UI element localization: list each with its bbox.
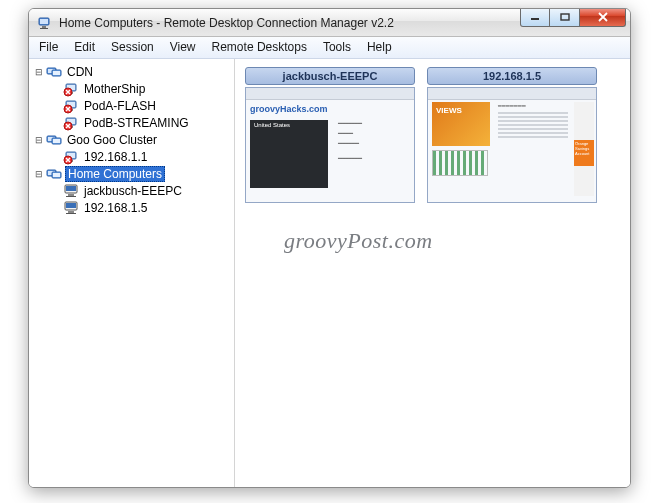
content-area: ⊟CDNMotherShipPodA-FLASHPodB-STREAMING⊟G… (29, 59, 630, 487)
group-icon (46, 132, 62, 148)
disconnected-icon (63, 81, 79, 97)
tree-server-label: PodB-STREAMING (82, 116, 191, 130)
svg-rect-5 (561, 14, 569, 20)
preview-panel-label: United States (254, 122, 290, 128)
monitor-icon (63, 183, 79, 199)
tree-server-label: PodA-FLASH (82, 99, 158, 113)
svg-rect-3 (40, 28, 48, 29)
preview-site-label: groovyHacks.com (250, 104, 330, 114)
preview-sidebox-label: Orange Savings Account (574, 140, 594, 166)
tree-server[interactable]: PodA-FLASH (48, 97, 232, 114)
svg-rect-25 (53, 139, 60, 143)
thumbnail-pane: jackbusch-EEEPC groovyHacks.com United S… (235, 59, 630, 487)
window-title: Home Computers - Remote Desktop Connecti… (59, 16, 520, 30)
menu-edit[interactable]: Edit (66, 37, 103, 58)
menu-tools[interactable]: Tools (315, 37, 359, 58)
svg-rect-33 (53, 173, 60, 177)
menubar: File Edit Session View Remote Desktops T… (29, 37, 630, 59)
maximize-button[interactable] (550, 8, 580, 27)
tree-server[interactable]: PodB-STREAMING (48, 114, 232, 131)
svg-rect-41 (66, 213, 76, 214)
expander-icon[interactable]: ⊟ (33, 168, 44, 179)
session-thumbnail[interactable]: jackbusch-EEEPC groovyHacks.com United S… (245, 67, 415, 203)
menu-view[interactable]: View (162, 37, 204, 58)
svg-rect-2 (42, 26, 46, 28)
menu-help[interactable]: Help (359, 37, 400, 58)
preview-banner-label: VIEWS (436, 106, 462, 115)
thumbnail-preview: VIEWS ━━━━━━━ Orange Savings Account (427, 87, 597, 203)
svg-rect-36 (68, 194, 74, 196)
tree-group-label: Goo Goo Cluster (65, 133, 159, 147)
disconnected-icon (63, 98, 79, 114)
menu-remote-desktops[interactable]: Remote Desktops (204, 37, 315, 58)
menu-session[interactable]: Session (103, 37, 162, 58)
group-icon (46, 64, 62, 80)
svg-rect-39 (66, 203, 76, 208)
app-window: Home Computers - Remote Desktop Connecti… (28, 8, 631, 488)
session-thumbnail[interactable]: 192.168.1.5 VIEWS ━━━━━━━ Orange Savings… (427, 67, 597, 203)
svg-rect-1 (40, 19, 48, 24)
monitor-icon (63, 200, 79, 216)
disconnected-icon (63, 115, 79, 131)
disconnected-icon (63, 149, 79, 165)
expander-icon[interactable]: ⊟ (33, 66, 44, 77)
tree-group-label: Home Computers (65, 166, 165, 182)
server-tree[interactable]: ⊟CDNMotherShipPodA-FLASHPodB-STREAMING⊟G… (29, 59, 235, 487)
tree-server-label: 192.168.1.5 (82, 201, 149, 215)
tree-group[interactable]: ⊟Home Computers (31, 165, 232, 182)
svg-rect-4 (531, 18, 539, 20)
close-button[interactable] (580, 8, 626, 27)
tree-group[interactable]: ⊟Goo Goo Cluster (31, 131, 232, 148)
group-icon (46, 166, 62, 182)
tree-server-label: 192.168.1.1 (82, 150, 149, 164)
svg-rect-35 (66, 186, 76, 191)
tree-server[interactable]: MotherShip (48, 80, 232, 97)
svg-rect-40 (68, 211, 74, 213)
minimize-button[interactable] (520, 8, 550, 27)
expander-icon[interactable]: ⊟ (33, 134, 44, 145)
svg-rect-9 (53, 71, 60, 75)
tree-server[interactable]: jackbusch-EEEPC (48, 182, 232, 199)
thumbnail-preview: groovyHacks.com United States ━━━━━━━━━━… (245, 87, 415, 203)
tree-server-label: jackbusch-EEEPC (82, 184, 184, 198)
tree-server[interactable]: 192.168.1.1 (48, 148, 232, 165)
thumbnail-title: 192.168.1.5 (427, 67, 597, 85)
app-icon (37, 15, 53, 31)
tree-server[interactable]: 192.168.1.5 (48, 199, 232, 216)
tree-server-label: MotherShip (82, 82, 147, 96)
tree-group-label: CDN (65, 65, 95, 79)
svg-rect-37 (66, 196, 76, 197)
tree-group[interactable]: ⊟CDN (31, 63, 232, 80)
menu-file[interactable]: File (31, 37, 66, 58)
thumbnail-title: jackbusch-EEEPC (245, 67, 415, 85)
titlebar[interactable]: Home Computers - Remote Desktop Connecti… (29, 9, 630, 37)
